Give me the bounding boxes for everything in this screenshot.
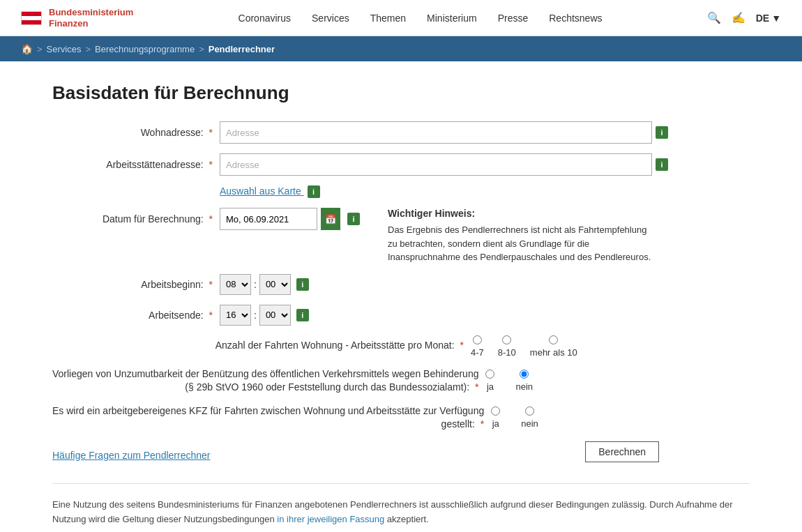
required-star-8: * bbox=[481, 418, 484, 430]
home-icon[interactable]: 🏠 bbox=[21, 43, 33, 54]
unzumutbarkeit-ja-option: ja bbox=[485, 370, 494, 392]
nav-services[interactable]: Services bbox=[312, 13, 349, 24]
footer-text: Eine Nutzung des seitens Bundesministeri… bbox=[52, 483, 750, 532]
datum-info-icon[interactable]: i bbox=[347, 213, 360, 225]
breadcrumb-bar: 🏠 > Services > Berechnungsprogramme > Pe… bbox=[0, 36, 802, 61]
page-title: Basisdaten für Berechnung bbox=[52, 82, 750, 104]
wohnadresse-row: Wohnadresse: * i bbox=[52, 121, 750, 144]
arbeitsende-info-icon[interactable]: i bbox=[296, 309, 309, 321]
flag-icon bbox=[21, 11, 42, 25]
fahrten-label-4-7: 4-7 bbox=[471, 347, 484, 358]
fahrten-radio-4-7[interactable] bbox=[473, 335, 482, 344]
unzumutbarkeit-radio-nein[interactable] bbox=[520, 370, 529, 379]
kfz-radio-ja[interactable] bbox=[491, 406, 500, 416]
faq-link[interactable]: Häufige Fragen zum Pendlerrechner bbox=[52, 450, 210, 461]
hint-title: Wichtiger Hinweis: bbox=[388, 208, 653, 219]
fahrten-option-mehr: mehr als 10 bbox=[530, 335, 577, 358]
fahrten-option-8-10: 8-10 bbox=[498, 335, 516, 358]
required-star-3: * bbox=[209, 213, 213, 225]
required-star-2: * bbox=[209, 159, 213, 170]
main-nav: Coronavirus Services Themen Ministerium … bbox=[239, 13, 603, 24]
datum-row: Datum für Berechnung: * 📅 i Wichtiger Hi… bbox=[52, 208, 750, 264]
arbeitsstaette-info-icon[interactable]: i bbox=[656, 158, 668, 171]
main-content: Basisdaten für Berechnung Wohnadresse: *… bbox=[17, 61, 785, 532]
arbeitsbeginn-info-icon[interactable]: i bbox=[296, 278, 309, 291]
accessibility-button[interactable]: ✍ bbox=[732, 11, 746, 24]
arbeitsbeginn-label: Arbeitsbeginn: * bbox=[52, 279, 213, 290]
hint-text: Das Ergebnis des Pendlerrechners ist nic… bbox=[388, 223, 653, 264]
arbeitsende-hour-select[interactable]: 16 17 18 bbox=[220, 305, 251, 326]
breadcrumb-services[interactable]: Services bbox=[47, 44, 82, 54]
datum-input[interactable] bbox=[220, 208, 317, 230]
fahrten-label-mehr: mehr als 10 bbox=[530, 347, 577, 358]
arbeitsstaette-input[interactable] bbox=[220, 153, 652, 176]
wohnadresse-info-icon[interactable]: i bbox=[656, 126, 668, 139]
kfz-radio-nein[interactable] bbox=[525, 406, 534, 416]
unzumutbarkeit-options: ja nein bbox=[485, 370, 533, 392]
arbeitsstaette-row: Arbeitsstättenadresse: * i bbox=[52, 153, 750, 176]
lang-selector[interactable]: DE ▼ bbox=[756, 13, 781, 24]
arbeitsstaette-label: Arbeitsstättenadresse: * bbox=[52, 159, 213, 170]
time-sep-2: : bbox=[254, 310, 257, 321]
datum-input-group: 📅 i bbox=[220, 208, 360, 230]
required-star: * bbox=[209, 127, 213, 138]
datum-left: Datum für Berechnung: * 📅 i bbox=[52, 208, 360, 230]
unzumutbarkeit-label-nein: nein bbox=[515, 381, 533, 392]
sep1: > bbox=[37, 44, 43, 54]
lang-label: DE bbox=[756, 13, 769, 24]
calendar-button[interactable]: 📅 bbox=[321, 208, 340, 230]
fahrten-label: Anzahl der Fahrten Wohnung - Arbeitsstät… bbox=[52, 335, 464, 351]
wohnadresse-label: Wohnadresse: * bbox=[52, 127, 213, 138]
breadcrumb-berechnungsprogramme[interactable]: Berechnungsprogramme bbox=[95, 44, 195, 54]
fahrten-label-8-10: 8-10 bbox=[498, 347, 516, 358]
fahrten-row: Anzahl der Fahrten Wohnung - Arbeitsstät… bbox=[52, 335, 750, 358]
unzumutbarkeit-label: Vorliegen von Unzumutbarkeit der Benützu… bbox=[52, 367, 478, 395]
footer-para-1: Eine Nutzung des seitens Bundesministeri… bbox=[52, 498, 750, 527]
required-star-6: * bbox=[460, 340, 464, 351]
unzumutbarkeit-label-ja: ja bbox=[487, 381, 494, 392]
arbeitsbeginn-hour-select[interactable]: 08 09 10 bbox=[220, 274, 251, 295]
unzumutbarkeit-radio-ja[interactable] bbox=[485, 370, 494, 379]
kfz-label-nein: nein bbox=[521, 418, 538, 429]
arbeitsende-min-select[interactable]: 00 15 30 45 bbox=[259, 305, 291, 326]
arbeitsbeginn-row: Arbeitsbeginn: * 08 09 10 : 00 15 30 45 … bbox=[52, 274, 750, 295]
kfz-label-ja: ja bbox=[492, 418, 499, 429]
nav-presse[interactable]: Presse bbox=[498, 13, 529, 24]
nav-themen[interactable]: Themen bbox=[370, 13, 406, 24]
datum-label: Datum für Berechnung: * bbox=[52, 213, 213, 225]
required-star-7: * bbox=[475, 381, 478, 393]
chevron-down-icon: ▼ bbox=[771, 13, 781, 24]
wohnadresse-input[interactable] bbox=[220, 121, 652, 144]
logo-text: Bundesministerium Finanzen bbox=[49, 7, 133, 29]
sep2: > bbox=[85, 44, 91, 54]
nav-icons: 🔍 ✍ DE ▼ bbox=[707, 11, 781, 24]
fahrten-radio-mehr[interactable] bbox=[549, 335, 558, 344]
nav-rechtsnews[interactable]: Rechtsnews bbox=[549, 13, 602, 24]
kfz-label: Es wird ein arbeitgebereigenes KFZ für F… bbox=[52, 404, 484, 432]
kfz-row: Es wird ein arbeitgebereigenes KFZ für F… bbox=[52, 404, 750, 432]
logo-line1: Bundesministerium bbox=[49, 7, 133, 18]
time-sep-1: : bbox=[254, 279, 257, 290]
fahrten-radio-8-10[interactable] bbox=[502, 335, 511, 344]
map-info-icon[interactable]: i bbox=[308, 185, 320, 198]
kfz-ja-option: ja bbox=[491, 406, 500, 429]
berechnen-button[interactable]: Berechnen bbox=[585, 441, 659, 462]
bottom-row: Häufige Fragen zum Pendlerrechner Berech… bbox=[52, 441, 659, 462]
arbeitsbeginn-min-select[interactable]: 00 15 30 45 bbox=[259, 274, 291, 295]
logo-area: Bundesministerium Finanzen bbox=[21, 7, 133, 29]
kfz-options: ja nein bbox=[491, 406, 538, 429]
breadcrumb-current: Pendlerrechner bbox=[209, 44, 275, 54]
nav-coronavirus[interactable]: Coronavirus bbox=[239, 13, 291, 24]
footer-link[interactable]: in ihrer jeweiligen Fassung bbox=[277, 514, 384, 524]
search-button[interactable]: 🔍 bbox=[707, 11, 721, 24]
kfz-nein-option: nein bbox=[521, 406, 538, 429]
map-link[interactable]: Auswahl aus Karte i bbox=[220, 185, 750, 198]
hint-box: Wichtiger Hinweis: Das Ergebnis des Pend… bbox=[388, 208, 653, 264]
sep3: > bbox=[199, 44, 204, 54]
logo-line2: Finanzen bbox=[49, 18, 133, 29]
nav-ministerium[interactable]: Ministerium bbox=[427, 13, 477, 24]
required-star-5: * bbox=[209, 310, 213, 321]
arbeitsende-label: Arbeitsende: * bbox=[52, 310, 213, 321]
header: Bundesministerium Finanzen Coronavirus S… bbox=[0, 0, 802, 36]
required-star-4: * bbox=[209, 279, 213, 290]
